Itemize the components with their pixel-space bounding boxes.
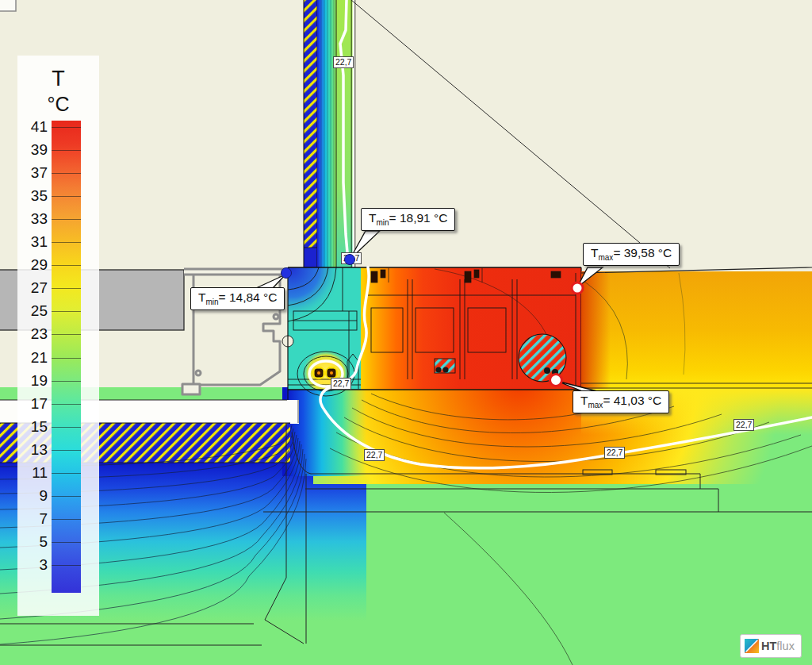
legend-title: T — [17, 67, 99, 90]
legend-tick-line — [52, 150, 81, 151]
legend-tick-line — [52, 219, 81, 220]
legend-tick-label: 29 — [17, 257, 48, 272]
legend-tick-label: 35 — [17, 188, 48, 203]
legend-tick-line — [52, 127, 81, 128]
legend-tick-line — [52, 196, 81, 197]
legend-tick-label: 17 — [17, 396, 48, 411]
legend-tick-label: 25 — [17, 303, 48, 318]
legend-tick-label: 15 — [17, 419, 48, 434]
thermal-simulation-view: { "legend": { "title": "T", "unit": "°C"… — [0, 0, 812, 665]
legend-tick-line — [52, 242, 81, 243]
legend-tick-label: 7 — [17, 511, 48, 526]
isotherm-label-ground-mid: 22,7 — [604, 447, 625, 459]
htflux-logo: HTflux — [740, 634, 802, 658]
thermal-simulation-canvas — [0, 0, 812, 665]
wall-insulation-strip — [304, 0, 317, 269]
legend-tick-line — [52, 427, 81, 428]
callout-tmax-sill-edge[interactable]: Tmax= 39,58 °C — [583, 243, 680, 266]
callout-sub: min — [205, 298, 218, 306]
callout-sub: max — [598, 253, 613, 262]
tmax-frame-bottom-marker — [550, 375, 562, 386]
legend-tick-line — [52, 381, 81, 382]
callout-sub: min — [376, 218, 389, 227]
callout-tmin-shutter[interactable]: Tmin= 14,84 °C — [190, 287, 285, 310]
legend-tick-label: 37 — [17, 165, 48, 180]
isotherm-label-ground-left: 22,7 — [364, 449, 385, 461]
legend-tick-label: 13 — [17, 442, 48, 457]
callout-tmax-frame-bottom[interactable]: Tmax= 41,03 °C — [573, 390, 669, 413]
exterior-sill — [581, 267, 812, 389]
logo-light: flux — [776, 640, 795, 652]
legend-tick-line — [52, 334, 81, 335]
legend-tick-label: 33 — [17, 211, 48, 226]
tmin-frame-top-marker — [344, 254, 355, 265]
legend-tick-line — [52, 404, 81, 405]
legend-tick-label: 3 — [17, 557, 48, 572]
legend-tick-label: 41 — [17, 119, 48, 134]
logo-bold: HT — [761, 640, 776, 652]
tmax-sill-edge-marker — [572, 283, 583, 294]
isotherm-label-jamb: 22,7 — [333, 56, 354, 68]
legend-unit: °C — [17, 92, 99, 116]
callout-value: = 18,91 °C — [389, 211, 448, 225]
callout-value: = 41,03 °C — [603, 394, 661, 407]
callout-sub: max — [588, 401, 603, 409]
legend-tick-label: 21 — [17, 350, 48, 365]
legend-tick-line — [52, 542, 81, 543]
legend-tick-line — [52, 450, 81, 451]
tmin-shutter-marker — [282, 268, 292, 279]
isotherm-label-frame-bottom: 22,7 — [331, 378, 351, 390]
callout-value: = 39,58 °C — [613, 246, 672, 259]
legend-tick-line — [52, 565, 81, 566]
legend-tick-line — [52, 519, 81, 520]
legend-tick-label: 5 — [17, 534, 48, 549]
wall-frame-gradient-strip — [317, 0, 336, 269]
legend-colorbar: 413937353331292725232119171513119753 — [52, 121, 81, 593]
legend-tick-label: 27 — [17, 280, 48, 295]
legend-tick-label: 19 — [17, 373, 48, 388]
legend-tick-line — [52, 358, 81, 359]
legend-tick-label: 23 — [17, 326, 48, 341]
htflux-logo-text: HTflux — [761, 640, 795, 652]
legend-tick-line — [52, 288, 81, 289]
htflux-logo-icon — [745, 639, 759, 653]
legend-tick-line — [52, 311, 81, 312]
legend-tick-label: 9 — [17, 488, 48, 503]
callout-tmin-frame-top[interactable]: Tmin= 18,91 °C — [361, 208, 455, 231]
legend-tick-label: 39 — [17, 142, 48, 157]
legend-tick-line — [52, 173, 81, 174]
legend-tick-line — [52, 496, 81, 497]
legend-tick-line — [52, 265, 81, 266]
temperature-legend: T °C 41393735333129272523211917151311975… — [17, 56, 99, 616]
legend-tick-line — [52, 473, 81, 474]
legend-tick-label: 11 — [17, 465, 48, 480]
callout-value: = 14,84 °C — [219, 290, 278, 304]
isotherm-label-ground-right: 22,7 — [733, 419, 754, 431]
legend-tick-label: 31 — [17, 234, 48, 249]
corner-detail-box — [0, 0, 16, 11]
